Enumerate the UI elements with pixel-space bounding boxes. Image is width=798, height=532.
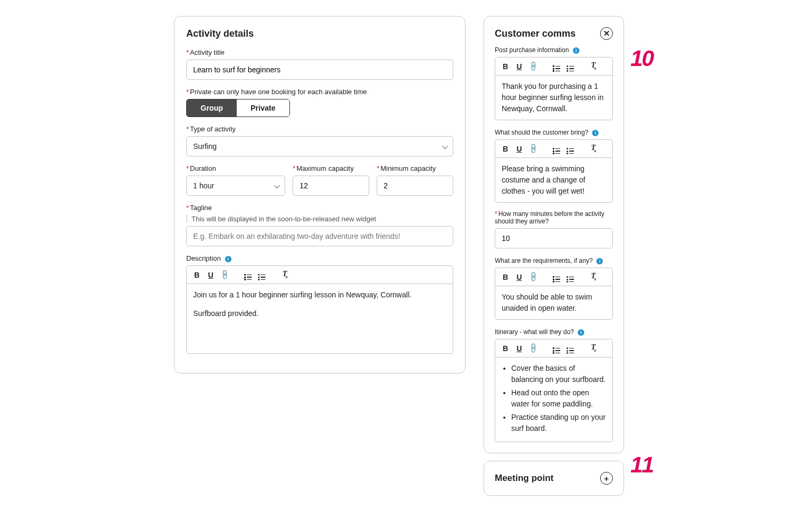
- tagline-input[interactable]: [186, 226, 453, 246]
- description-editor: B U 🔗 Tx Join us for a 1 hour beginner s…: [186, 265, 453, 354]
- duration-select[interactable]: 1 hour: [186, 176, 285, 196]
- tagline-field: *Tagline This will be displayed in the s…: [186, 203, 453, 246]
- max-capacity-field: *Maximum capacity: [293, 164, 369, 196]
- underline-icon[interactable]: U: [514, 273, 524, 281]
- post-purchase-label: Post purchase information: [495, 46, 569, 54]
- info-icon[interactable]: i: [225, 256, 231, 262]
- close-icon[interactable]: ✕: [600, 27, 613, 40]
- editor-toolbar: B U 🔗 Tx: [187, 266, 453, 284]
- post-purchase-content[interactable]: Thank you for purchasing a 1 hour beginn…: [495, 76, 612, 120]
- info-icon[interactable]: i: [578, 329, 584, 336]
- chevron-down-icon: [274, 181, 278, 190]
- bold-icon[interactable]: B: [192, 271, 202, 279]
- clear-format-icon[interactable]: Tx: [589, 344, 598, 353]
- private-toggle[interactable]: Private: [237, 99, 289, 117]
- min-capacity-label: Minimum capacity: [380, 164, 436, 172]
- clear-format-icon[interactable]: Tx: [589, 144, 598, 153]
- activity-title-input[interactable]: [186, 60, 453, 80]
- bold-icon[interactable]: B: [501, 345, 510, 352]
- post-purchase-editor: B U 🔗 Tx Thank you for purchasing a 1 ho…: [495, 57, 613, 120]
- clear-format-icon[interactable]: Tx: [280, 270, 290, 279]
- bold-icon[interactable]: B: [501, 63, 510, 70]
- info-icon[interactable]: i: [573, 47, 579, 54]
- description-field: Description i B U 🔗 Tx: [186, 254, 453, 354]
- requirements-content[interactable]: You should be able to swim unaided in op…: [495, 286, 612, 319]
- chevron-down-icon: [442, 142, 446, 151]
- activity-type-label: Type of activity: [190, 125, 236, 133]
- unordered-list-icon[interactable]: [566, 61, 575, 72]
- bring-editor: B U 🔗 Tx Please bring a swimming costume…: [495, 139, 613, 203]
- requirements-editor: B U 🔗 Tx You should be able to swim unai…: [495, 268, 613, 320]
- booking-type-toggle: Group Private: [186, 99, 290, 117]
- editor-toolbar: B U 🔗 Tx: [495, 57, 612, 76]
- bring-content[interactable]: Please bring a swimming costume and a ch…: [495, 158, 612, 202]
- itinerary-content[interactable]: Cover the basics of balancing on your su…: [495, 358, 612, 442]
- description-content[interactable]: Join us for a 1 hour beginner surfing le…: [187, 284, 453, 353]
- duration-value: 1 hour: [193, 181, 214, 190]
- customer-comms-panel: Customer comms ✕ Post purchase informati…: [484, 16, 624, 453]
- unordered-list-icon[interactable]: [566, 271, 575, 282]
- link-icon[interactable]: 🔗: [527, 271, 539, 283]
- underline-icon[interactable]: U: [514, 145, 524, 153]
- arrive-input[interactable]: [495, 228, 613, 248]
- link-icon[interactable]: 🔗: [527, 143, 539, 155]
- itinerary-editor: B U 🔗 Tx Cover the basics of balancing o…: [495, 339, 613, 442]
- itinerary-item: Head out onto the open water for some pa…: [511, 387, 606, 410]
- step-marker-10: 10: [630, 46, 653, 71]
- duration-label: Duration: [190, 164, 216, 172]
- plus-icon[interactable]: +: [600, 472, 613, 485]
- ordered-list-icon[interactable]: [552, 343, 561, 354]
- ordered-list-icon[interactable]: [552, 143, 561, 154]
- activity-title-field: *Activity title: [186, 48, 453, 80]
- unordered-list-icon[interactable]: [566, 343, 575, 354]
- arrive-field: *How many minutes before the activity sh…: [495, 210, 613, 248]
- activity-type-value: Surfing: [193, 142, 217, 151]
- post-purchase-field: Post purchase information i B U 🔗 Tx Th: [495, 45, 613, 120]
- description-p1: Join us for a 1 hour beginner surfing le…: [193, 289, 446, 301]
- activity-title-label: Activity title: [190, 48, 225, 56]
- activity-type-field: *Type of activity Surfing: [186, 124, 453, 156]
- tagline-helper: This will be displayed in the soon-to-be…: [186, 215, 453, 223]
- activity-details-title: Activity details: [186, 28, 453, 39]
- editor-toolbar: B U 🔗 Tx: [495, 339, 612, 358]
- tagline-label: Tagline: [190, 204, 212, 212]
- max-capacity-label: Maximum capacity: [296, 164, 354, 172]
- min-capacity-input[interactable]: [377, 176, 453, 196]
- bold-icon[interactable]: B: [501, 145, 510, 153]
- arrive-label: How many minutes before the activity sho…: [495, 210, 604, 225]
- booking-type-field: *Private can only have one booking for e…: [186, 87, 453, 117]
- unordered-list-icon[interactable]: [257, 269, 267, 280]
- ordered-list-icon[interactable]: [552, 61, 561, 72]
- ordered-list-icon[interactable]: [552, 271, 561, 282]
- max-capacity-input[interactable]: [293, 176, 369, 196]
- itinerary-item: Cover the basics of balancing on your su…: [511, 363, 606, 385]
- requirements-label: What are the requirements, if any?: [495, 257, 593, 264]
- unordered-list-icon[interactable]: [566, 143, 575, 154]
- meeting-point-panel[interactable]: Meeting point +: [484, 461, 624, 496]
- link-icon[interactable]: 🔗: [527, 343, 539, 354]
- group-toggle[interactable]: Group: [187, 99, 237, 117]
- bold-icon[interactable]: B: [501, 273, 510, 281]
- meeting-point-title: Meeting point: [495, 473, 553, 484]
- ordered-list-icon[interactable]: [243, 269, 253, 280]
- info-icon[interactable]: i: [592, 130, 598, 136]
- clear-format-icon[interactable]: Tx: [589, 62, 598, 71]
- editor-toolbar: B U 🔗 Tx: [495, 268, 612, 286]
- link-icon[interactable]: 🔗: [527, 61, 539, 72]
- activity-type-select[interactable]: Surfing: [186, 136, 453, 156]
- underline-icon[interactable]: U: [206, 271, 215, 279]
- description-label: Description: [186, 254, 221, 262]
- info-icon[interactable]: i: [596, 258, 603, 264]
- step-marker-11: 11: [630, 452, 653, 478]
- customer-comms-title: Customer comms: [495, 28, 576, 39]
- underline-icon[interactable]: U: [514, 63, 524, 70]
- underline-icon[interactable]: U: [514, 345, 524, 352]
- description-p2: Surfboard provided.: [193, 308, 446, 319]
- clear-format-icon[interactable]: Tx: [589, 272, 598, 281]
- bring-label: What should the customer bring?: [495, 129, 588, 136]
- itinerary-item: Practice standing up on your surf board.: [511, 412, 606, 434]
- link-icon[interactable]: 🔗: [219, 269, 230, 281]
- bring-field: What should the customer bring? i B U 🔗 …: [495, 128, 613, 203]
- editor-toolbar: B U 🔗 Tx: [495, 140, 612, 158]
- duration-field: *Duration 1 hour: [186, 164, 285, 196]
